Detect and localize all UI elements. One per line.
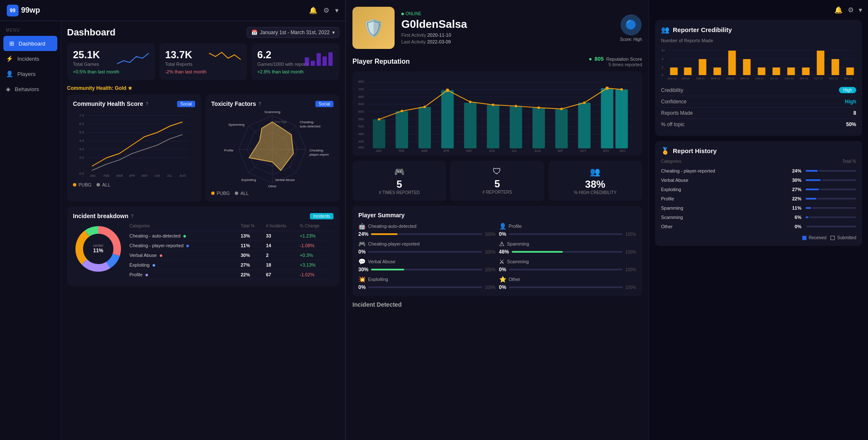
summary-title: Player Summary	[358, 212, 636, 219]
confidence-row: Confidence High	[661, 96, 856, 108]
svg-rect-87	[615, 89, 628, 148]
summary-item: 🤖 Cheating-auto-detected 24% 100%	[358, 223, 496, 237]
reporters-value: 5	[456, 178, 538, 190]
svg-point-97	[583, 102, 586, 104]
svg-rect-129	[802, 67, 810, 75]
times-reported-label: # TIMES REPORTED	[358, 190, 440, 195]
svg-rect-130	[817, 51, 825, 75]
svg-rect-123	[714, 67, 721, 75]
reports-made-value: 8	[853, 110, 856, 116]
credibility-label: % HIGH CREDIBILITY	[554, 190, 636, 195]
player-header: 🛡️ ONLINE G0ldenSalsa First Activity 202…	[352, 7, 642, 49]
incident-breakdown-card: Incident breakdown ? Incidents	[67, 207, 339, 286]
reporter-icon: 👥	[661, 26, 669, 34]
toxicity-info-icon[interactable]: ?	[258, 101, 261, 106]
svg-text:APR: APR	[129, 174, 135, 177]
svg-rect-0	[305, 57, 309, 66]
logo-icon: 99	[7, 5, 19, 16]
svg-text:APR 21: APR 21	[726, 77, 735, 80]
svg-rect-2	[317, 53, 321, 66]
svg-text:JAN: JAN	[376, 149, 381, 152]
svg-text:DEC 21: DEC 21	[844, 77, 853, 80]
incident-info-icon[interactable]: ?	[131, 213, 133, 219]
date-filter-label: January 1st - March 31st, 2022	[260, 30, 330, 35]
other-icon: ⭐	[499, 276, 506, 283]
col-incidents: # Incidents	[266, 224, 300, 228]
svg-text:680: 680	[358, 95, 364, 99]
sidebar-item-players[interactable]: 👤 Players	[0, 66, 61, 81]
player-first-activity: First Activity 2020-11-10	[401, 32, 613, 38]
score-badge: 🔵 Score: High	[620, 14, 642, 42]
sidebar-item-incidents[interactable]: ⚡ Incidents	[0, 51, 61, 66]
svg-text:2.0: 2.0	[79, 156, 84, 159]
settings-icon[interactable]: ⚙	[323, 6, 329, 14]
svg-rect-85	[578, 103, 591, 148]
dropdown-icon[interactable]: ▾	[335, 6, 339, 14]
summary-item: ⚔ Scamming 0% 100%	[499, 258, 637, 273]
svg-text:720: 720	[358, 87, 364, 91]
player-stats-row: 🎮 5 # TIMES REPORTED 🛡 5 # REPORTERS 👥 3…	[352, 161, 642, 201]
history-row: Exploiting 27%	[661, 185, 856, 194]
reports-made-row: Reports Made 8	[661, 108, 856, 119]
history-col-categories: Categories	[661, 159, 681, 164]
reputation-title: Player Reputation	[352, 58, 410, 65]
notification-icon[interactable]: 🔔	[309, 6, 317, 14]
svg-rect-125	[743, 59, 751, 75]
svg-text:Cheating-: Cheating-	[309, 148, 324, 152]
scamming-icon: ⚔	[499, 258, 505, 265]
right-settings-icon[interactable]: ⚙	[848, 6, 854, 14]
svg-text:440: 440	[358, 140, 364, 143]
svg-text:OCT 21: OCT 21	[814, 77, 824, 80]
date-filter[interactable]: 📅 January 1st - March 31st, 2022 ▾	[247, 27, 339, 38]
health-info-icon[interactable]: ?	[145, 101, 148, 106]
col-total: Total %	[241, 224, 266, 228]
svg-rect-121	[684, 67, 692, 75]
credibility-row: Credibility High	[661, 84, 856, 96]
sidebar-item-dashboard[interactable]: ⊞ Dashboard	[3, 36, 57, 51]
sidebar-item-behaviors[interactable]: ◈ Behaviors	[0, 81, 61, 97]
svg-text:SEP 21: SEP 21	[800, 77, 809, 80]
history-row: Spamming 11%	[661, 203, 856, 213]
controller-icon: 🎮	[358, 167, 440, 177]
svg-rect-86	[601, 88, 613, 148]
reporter-credibility-card: 👥 Reporter Credibility Number of Reports…	[655, 20, 862, 136]
right-notification-icon[interactable]: 🔔	[834, 6, 843, 14]
col-categories: Categories	[129, 224, 241, 228]
svg-rect-122	[699, 59, 707, 75]
stat-card-reports: 13.7K Total Reports -2% than last month	[159, 43, 247, 80]
verbal-icon: 💬	[358, 258, 365, 265]
svg-rect-84	[555, 109, 568, 148]
col-change: % Change	[300, 224, 333, 228]
history-icon: 🏅	[661, 147, 669, 155]
svg-text:400: 400	[358, 146, 364, 149]
svg-text:center: center	[93, 243, 103, 248]
behaviors-icon: ◈	[6, 86, 11, 92]
filter-dropdown-icon: ▾	[332, 30, 335, 35]
svg-text:MAR: MAR	[422, 149, 428, 152]
svg-text:JAN: JAN	[90, 174, 95, 177]
reputation-chart: 800 720 680 640 600 560 520 480 440 400	[352, 71, 642, 156]
logo-text: 99wp	[21, 6, 40, 15]
svg-text:560: 560	[358, 117, 364, 121]
svg-text:FEB 21: FEB 21	[696, 77, 705, 80]
svg-text:auto-detected: auto-detected	[300, 124, 320, 128]
svg-point-88	[378, 118, 380, 121]
history-row: Cheating - player-reported 24%	[661, 166, 856, 175]
online-badge: ONLINE	[401, 11, 613, 16]
score-icon: 🔵	[621, 14, 642, 35]
svg-text:DEC 20: DEC 20	[668, 77, 677, 80]
svg-text:0.0: 0.0	[79, 172, 84, 175]
profile-icon: 👤	[499, 223, 506, 229]
menu-label: MENU	[0, 28, 61, 36]
history-row: Verbal Abuse 30%	[661, 175, 856, 185]
svg-point-98	[605, 86, 609, 90]
svg-text:6+: 6+	[662, 49, 665, 52]
right-dropdown-icon[interactable]: ▾	[859, 6, 862, 14]
svg-text:640: 640	[358, 102, 364, 106]
svg-text:Other: Other	[268, 184, 277, 188]
svg-text:MAR 21: MAR 21	[711, 77, 720, 80]
history-row: Other 0%	[661, 222, 856, 231]
times-reported-value: 5	[358, 178, 440, 190]
svg-rect-80	[464, 103, 477, 148]
svg-text:AUG: AUG	[180, 174, 186, 177]
